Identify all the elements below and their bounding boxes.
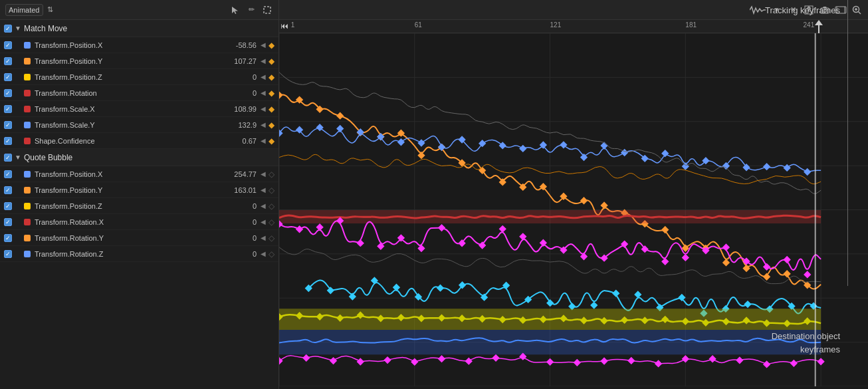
param-name-scale-y: Transform.Scale.Y xyxy=(35,121,227,129)
param-name-scale-x: Transform.Scale.X xyxy=(35,105,227,113)
prev-keyframe-scale-x[interactable]: ◀ xyxy=(261,105,266,112)
group-header-match-move[interactable]: ▼ Match Move xyxy=(0,20,278,37)
color-dot-scale-y xyxy=(24,122,31,128)
param-row-pos-z: Transform.Position.Z 0 ◀ ◆ xyxy=(0,69,278,85)
box-select-icon[interactable] xyxy=(261,4,273,16)
color-dot-shape-conf xyxy=(24,138,31,144)
keyframe-diamond-scale-x[interactable]: ◆ xyxy=(269,104,274,114)
prev-keyframe-pos-y[interactable]: ◀ xyxy=(261,57,266,65)
param-value-rot: 0 xyxy=(227,89,257,97)
param-name-qb-pos-y: Transform.Position.Y xyxy=(35,186,227,194)
param-checkbox-scale-x[interactable] xyxy=(4,105,12,113)
param-checkbox-pos-y[interactable] xyxy=(4,57,12,65)
param-value-scale-x: 108.99 xyxy=(227,105,257,113)
param-row-qb-pos-z: Transform.Position.Z 0 ◀ ◇ xyxy=(0,198,278,214)
param-row-qb-pos-x: Transform.Position.X 254.77 ◀ ◇ xyxy=(0,166,278,182)
param-row-pos-y: Transform.Position.Y 107.27 ◀ ◆ xyxy=(0,53,278,69)
ruler-mark-1: 1 xyxy=(291,21,295,29)
param-checkbox-shape-conf[interactable] xyxy=(4,137,12,145)
param-name-pos-x: Transform.Position.X xyxy=(35,41,227,49)
group-name-match-move: Match Move xyxy=(24,24,67,33)
param-value-qb-rot-x: 0 xyxy=(227,218,257,226)
pen-tool-icon[interactable]: ✏ xyxy=(245,4,257,16)
keyframe-diamond-scale-y[interactable]: ◆ xyxy=(269,120,274,130)
keyframe-diamond-shape-conf[interactable]: ◆ xyxy=(269,136,274,146)
keyframe-diamond-pos-z[interactable]: ◆ xyxy=(269,72,274,82)
param-value-qb-pos-y: 163.01 xyxy=(227,186,257,194)
param-value-qb-rot-z: 0 xyxy=(227,250,257,258)
param-name-qb-pos-x: Transform.Position.X xyxy=(35,170,227,178)
group-checkbox-match-move[interactable] xyxy=(4,25,12,33)
group-checkbox-quote-bubble[interactable] xyxy=(4,154,12,162)
ruler-mark-181: 181 xyxy=(685,21,697,29)
timeline-ruler: ⏮ 1 61 121 181 241 xyxy=(279,20,868,33)
ruler-mark-121: 121 xyxy=(550,21,562,29)
param-name-shape-conf: Shape.Confidence xyxy=(35,137,227,145)
param-checkbox-qb-pos-z[interactable] xyxy=(4,202,12,210)
prev-keyframe-qb-rot-y[interactable]: ◀ xyxy=(261,234,266,241)
prev-keyframe-pos-x[interactable]: ◀ xyxy=(261,41,266,49)
rows-area: ▼ Match Move Transform.Position.X -58.56… xyxy=(0,20,278,389)
cursor-tool-icon[interactable] xyxy=(229,4,241,16)
svg-rect-1 xyxy=(264,7,271,13)
prev-keyframe-qb-rot-z[interactable]: ◀ xyxy=(261,250,266,257)
svg-rect-15 xyxy=(818,25,819,33)
prev-keyframe-qb-rot-x[interactable]: ◀ xyxy=(261,218,266,225)
svg-marker-0 xyxy=(232,7,238,14)
keyframe-diamond-qb-rot-x[interactable]: ◇ xyxy=(269,217,274,227)
prev-keyframe-qb-pos-z[interactable]: ◀ xyxy=(261,202,266,209)
param-checkbox-qb-rot-x[interactable] xyxy=(4,218,12,226)
group-triangle-match-move[interactable]: ▼ xyxy=(15,25,21,32)
param-checkbox-pos-x[interactable] xyxy=(4,41,12,49)
svg-line-11 xyxy=(859,11,861,14)
param-name-qb-pos-z: Transform.Position.Z xyxy=(35,202,227,210)
color-dot-qb-rot-z xyxy=(24,251,31,257)
keyframe-diamond-rot[interactable]: ◆ xyxy=(269,88,274,98)
playhead-marker[interactable] xyxy=(815,20,823,33)
param-checkbox-qb-pos-x[interactable] xyxy=(4,170,12,178)
zoom-in-icon[interactable] xyxy=(851,4,863,16)
keyframe-diamond-pos-x[interactable]: ◆ xyxy=(269,41,274,50)
param-checkbox-qb-pos-y[interactable] xyxy=(4,186,12,194)
param-row-qb-pos-y: Transform.Position.Y 163.01 ◀ ◇ xyxy=(0,182,278,198)
prev-keyframe-qb-pos-y[interactable]: ◀ xyxy=(261,186,266,194)
playhead-start-icon: ⏮ xyxy=(280,21,288,31)
param-checkbox-scale-y[interactable] xyxy=(4,121,12,129)
animated-dropdown[interactable]: Animated All xyxy=(5,4,43,16)
keyframe-diamond-qb-pos-y[interactable]: ◇ xyxy=(269,186,274,195)
param-checkbox-qb-rot-y[interactable] xyxy=(4,234,12,242)
color-dot-qb-pos-x xyxy=(24,171,31,178)
color-dot-pos-z xyxy=(24,74,31,80)
group-name-quote-bubble: Quote Bubble xyxy=(24,153,72,162)
tracking-keyframes-label: Tracking keyframes xyxy=(765,5,840,15)
left-panel: Animated All ⇅ ✏ ▼ Match Move Transform.… xyxy=(0,0,279,389)
param-value-pos-z: 0 xyxy=(227,73,257,81)
keyframe-diamond-qb-rot-z[interactable]: ◇ xyxy=(269,249,274,259)
group-triangle-quote-bubble[interactable]: ▼ xyxy=(15,154,21,161)
param-row-scale-y: Transform.Scale.Y 132.9 ◀ ◆ xyxy=(0,117,278,133)
keyframe-diamond-pos-y[interactable]: ◆ xyxy=(269,57,274,66)
prev-keyframe-scale-y[interactable]: ◀ xyxy=(261,121,266,128)
param-row-pos-x: Transform.Position.X -58.56 ◀ ◆ xyxy=(0,37,278,53)
chevron-up-down-icon: ⇅ xyxy=(47,5,53,14)
color-dot-pos-y xyxy=(24,58,31,65)
destination-keyframes-label: Destination object keyframes xyxy=(772,331,840,354)
toolbar: Animated All ⇅ ✏ xyxy=(0,0,278,20)
prev-keyframe-rot[interactable]: ◀ xyxy=(261,89,266,96)
param-checkbox-pos-z[interactable] xyxy=(4,73,12,81)
keyframe-diamond-qb-pos-z[interactable]: ◇ xyxy=(269,201,274,211)
prev-keyframe-shape-conf[interactable]: ◀ xyxy=(261,137,266,144)
prev-keyframe-pos-z[interactable]: ◀ xyxy=(261,73,266,80)
keyframe-diamond-qb-rot-y[interactable]: ◇ xyxy=(269,233,274,243)
param-checkbox-qb-rot-z[interactable] xyxy=(4,250,12,258)
group-header-quote-bubble[interactable]: ▼ Quote Bubble xyxy=(0,149,278,166)
param-checkbox-rot[interactable] xyxy=(4,89,12,97)
param-row-qb-rot-x: Transform.Rotation.X 0 ◀ ◇ xyxy=(0,214,278,230)
param-name-qb-rot-x: Transform.Rotation.X xyxy=(35,218,227,226)
keyframe-diamond-qb-pos-x[interactable]: ◇ xyxy=(269,170,274,179)
color-dot-qb-rot-y xyxy=(24,235,31,241)
param-value-qb-rot-y: 0 xyxy=(227,234,257,242)
waveform-icon[interactable] xyxy=(748,4,767,16)
prev-keyframe-qb-pos-x[interactable]: ◀ xyxy=(261,170,266,178)
param-row-rot: Transform.Rotation 0 ◀ ◆ xyxy=(0,85,278,101)
